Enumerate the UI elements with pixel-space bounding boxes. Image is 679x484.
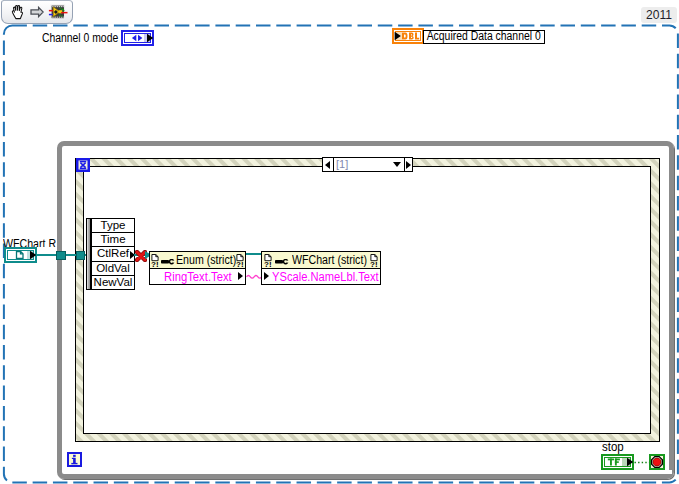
selector-next-button[interactable] xyxy=(404,158,412,171)
refnum-corner-icon-right: ?! xyxy=(236,254,244,268)
while-loop-border-notch xyxy=(666,470,672,474)
channel-mode-terminal[interactable] xyxy=(121,30,154,46)
loop-iteration-terminal[interactable]: i xyxy=(67,452,82,467)
wfchart-property-in-arrow-icon xyxy=(264,272,269,280)
svg-text:?!: ?! xyxy=(264,260,272,268)
selector-prev-icon xyxy=(325,161,330,169)
class-link-icon xyxy=(275,259,289,265)
version-badge: 2011 xyxy=(641,7,677,23)
event-field-newval[interactable]: NewVal xyxy=(92,276,134,289)
channel-mode-label[interactable]: Channel 0 mode xyxy=(42,32,118,45)
svg-text:?!: ?! xyxy=(370,260,378,268)
event-field-type[interactable]: Type xyxy=(92,219,134,233)
pan-hand-icon[interactable] xyxy=(9,3,25,20)
vi-icon[interactable] xyxy=(44,3,68,20)
wfchart-ref-label[interactable]: WFChart R xyxy=(3,234,57,247)
toolbar-fragment xyxy=(1,0,73,24)
event-data-node[interactable]: Type Time CtlRef OldVal NewVal xyxy=(91,218,135,290)
event-selector[interactable]: [1] xyxy=(322,157,413,172)
enum-property-ringtext[interactable]: RingText.Text xyxy=(164,271,232,283)
labview-block-diagram: { "window": { "version_badge": "2011" },… xyxy=(0,0,679,484)
loop-tunnel[interactable] xyxy=(56,251,66,261)
refnum-corner-icon-left: ?! xyxy=(151,254,159,268)
acquired-data-label-text: Acquired Data channel 0 xyxy=(427,30,541,43)
svg-text:?!: ?! xyxy=(236,260,244,268)
selector-next-icon xyxy=(406,161,411,169)
wfchart-property-yscale[interactable]: YScale.NameLbl.Text xyxy=(272,271,379,283)
wfchart-refnum-terminal[interactable] xyxy=(4,247,37,263)
loop-condition-terminal[interactable] xyxy=(649,454,665,470)
property-node-header: ?! WFChart (strict) ?! xyxy=(262,252,380,269)
selector-label-text[interactable]: [1] xyxy=(334,159,393,170)
event-structure[interactable] xyxy=(75,158,660,443)
property-node-enum[interactable]: ?! Enum (strict) ?! RingText.Text xyxy=(149,251,247,285)
property-node-enum-title: Enum (strict) xyxy=(176,254,236,267)
refnum-page-icon xyxy=(17,252,24,259)
iteration-i-glyph xyxy=(69,454,80,465)
reference-wire[interactable] xyxy=(246,253,261,255)
property-node-row[interactable]: YScale.NameLbl.Text xyxy=(262,269,380,284)
property-node-wfchart-title: WFChart (strict) xyxy=(292,254,367,267)
refnum-corner-icon-right: ?! xyxy=(370,254,378,268)
event-timeout-terminal[interactable] xyxy=(76,158,90,172)
acquired-data-terminal[interactable] xyxy=(392,28,424,44)
property-node-row[interactable]: RingText.Text xyxy=(150,269,246,284)
selector-prev-button[interactable] xyxy=(323,158,334,171)
svg-text:?!: ?! xyxy=(151,260,159,268)
enum-property-out-arrow-icon xyxy=(238,272,243,280)
stop-wire-dotted[interactable] xyxy=(634,461,650,464)
event-field-oldval[interactable]: OldVal xyxy=(92,262,134,276)
acquired-data-label[interactable]: Acquired Data channel 0 xyxy=(423,30,545,45)
event-tunnel[interactable] xyxy=(76,251,86,261)
selector-dropdown-icon[interactable] xyxy=(393,162,401,167)
stop-label[interactable]: stop xyxy=(602,441,624,454)
property-node-header: ?! Enum (strict) ?! xyxy=(150,252,246,269)
event-field-ctlref[interactable]: CtlRef xyxy=(92,247,134,261)
run-arrow-icon[interactable] xyxy=(30,6,44,18)
refnum-corner-icon-left: ?! xyxy=(264,254,272,268)
event-field-time[interactable]: Time xyxy=(92,233,134,247)
stop-tf-terminal[interactable] xyxy=(601,454,634,470)
property-node-wfchart[interactable]: ?! WFChart (strict) ?! YScale.NameLbl.Te… xyxy=(261,251,381,285)
class-link-icon xyxy=(161,259,175,265)
